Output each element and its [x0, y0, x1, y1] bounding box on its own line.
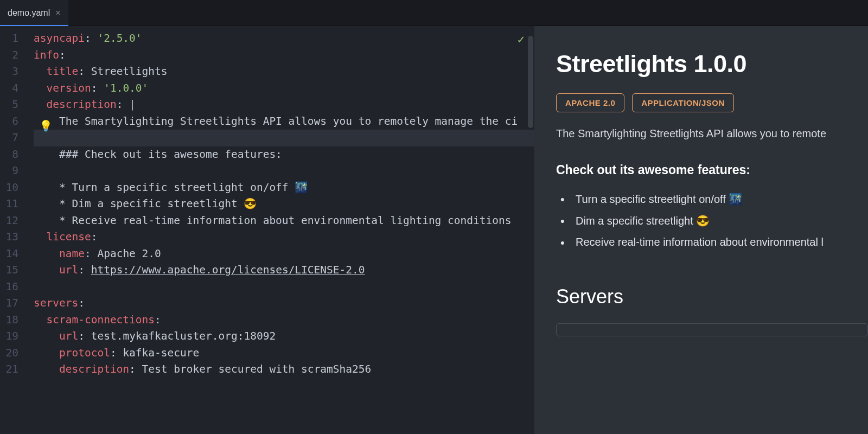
- code-line[interactable]: [34, 279, 534, 296]
- code-line[interactable]: name: Apache 2.0: [34, 246, 534, 263]
- api-description: The Smartylighting Streetlights API allo…: [556, 127, 868, 140]
- code-line[interactable]: url: test.mykafkacluster.org:18092: [34, 328, 534, 345]
- line-number: 20: [0, 345, 28, 362]
- code-line[interactable]: title: Streetlights: [34, 63, 534, 80]
- code-line[interactable]: * Turn a specific streetlight on/off 🌃: [34, 180, 534, 196]
- line-number: 4: [0, 80, 28, 97]
- list-item: Dim a specific streetlight 😎: [556, 210, 868, 232]
- line-number: 21: [0, 361, 28, 378]
- line-gutter: 123456789101112131415161718192021: [0, 26, 28, 434]
- line-number: 3: [0, 63, 28, 80]
- code-editor[interactable]: 123456789101112131415161718192021 asynca…: [0, 26, 534, 434]
- api-title: Streetlights 1.0.0: [556, 50, 868, 78]
- line-number: 6: [0, 113, 28, 130]
- bulb-icon: 💡: [39, 118, 53, 135]
- scrollbar-thumb[interactable]: [528, 36, 533, 128]
- features-list: Turn a specific streetlight on/off 🌃 Dim…: [556, 188, 868, 253]
- code-line[interactable]: * Dim a specific streetlight 😎: [34, 196, 534, 213]
- line-number: 5: [0, 97, 28, 113]
- code-line[interactable]: [34, 163, 534, 180]
- tab-demo-yaml[interactable]: demo.yaml ×: [0, 0, 68, 25]
- preview-pane: Streetlights 1.0.0 APACHE 2.0 APPLICATIO…: [534, 26, 868, 434]
- servers-heading: Servers: [556, 285, 868, 308]
- badges-row: APACHE 2.0 APPLICATION/JSON: [556, 93, 868, 112]
- code-line[interactable]: servers:: [34, 295, 534, 312]
- code-line[interactable]: ### Check out its awesome features:: [34, 146, 534, 163]
- server-card[interactable]: [556, 323, 868, 336]
- tab-bar: demo.yaml ×: [0, 0, 868, 26]
- line-number: 11: [0, 196, 28, 213]
- code-line[interactable]: description: Test broker secured with sc…: [34, 361, 534, 378]
- code-line[interactable]: description: |: [34, 97, 534, 113]
- license-badge[interactable]: APACHE 2.0: [556, 93, 624, 112]
- code-area[interactable]: asyncapi: '2.5.0'info: title: Streetligh…: [34, 26, 534, 434]
- code-line[interactable]: protocol: kafka-secure: [34, 345, 534, 362]
- list-item: Turn a specific streetlight on/off 🌃: [556, 188, 868, 210]
- features-heading: Check out its awesome features:: [556, 163, 868, 177]
- code-line[interactable]: The Smartylighting Streetlights API allo…: [34, 113, 534, 130]
- line-number: 10: [0, 180, 28, 196]
- split-pane: 123456789101112131415161718192021 asynca…: [0, 26, 868, 434]
- line-number: 9: [0, 163, 28, 180]
- line-number: 19: [0, 328, 28, 345]
- code-line[interactable]: [34, 130, 534, 146]
- code-line[interactable]: url: https://www.apache.org/licenses/LIC…: [34, 262, 534, 279]
- list-item: Receive real-time information about envi…: [556, 232, 868, 253]
- line-number: 15: [0, 262, 28, 279]
- line-number: 18: [0, 312, 28, 329]
- code-line[interactable]: scram-connections:: [34, 312, 534, 329]
- validation-check-icon: ✓: [518, 31, 525, 48]
- line-number: 8: [0, 146, 28, 163]
- line-number: 13: [0, 229, 28, 246]
- content-type-badge[interactable]: APPLICATION/JSON: [632, 93, 734, 112]
- code-line[interactable]: license:: [34, 229, 534, 246]
- code-line[interactable]: * Receive real-time information about en…: [34, 213, 534, 229]
- line-number: 2: [0, 47, 28, 64]
- close-icon[interactable]: ×: [55, 8, 60, 18]
- code-line[interactable]: info:: [34, 47, 534, 64]
- line-number: 16: [0, 279, 28, 296]
- line-number: 1: [0, 30, 28, 47]
- line-number: 7: [0, 130, 28, 146]
- tab-label: demo.yaml: [8, 8, 50, 18]
- code-line[interactable]: asyncapi: '2.5.0': [34, 30, 534, 47]
- code-line[interactable]: version: '1.0.0': [34, 80, 534, 97]
- line-number: 17: [0, 295, 28, 312]
- line-number: 14: [0, 246, 28, 263]
- line-number: 12: [0, 213, 28, 229]
